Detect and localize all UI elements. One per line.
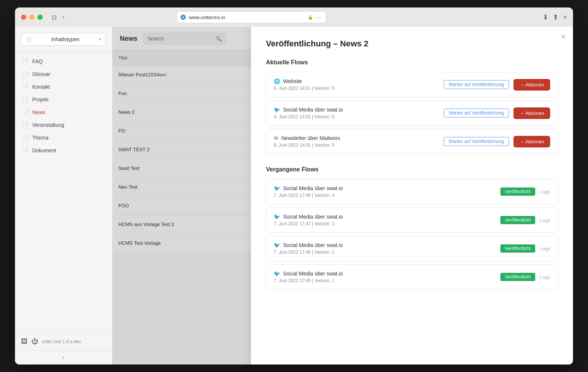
- flow-meta: 7. Juni 2022 17:46 | Version: 2: [274, 250, 343, 255]
- aktuelle-flows-section: Aktuelle Flows 🌐 Website 9. Juni 2022 14…: [266, 59, 558, 154]
- status-badge-published: Veröffentlicht: [500, 273, 535, 281]
- flow-meta: 9. Juni 2022 14:01 | Version: 5: [274, 114, 343, 119]
- sidebar-footer: 🖼 ⏻ unite cms 1.8.x-dev: [15, 333, 112, 350]
- flow-info: 🐦 Social Media über swat.io 7. Juni 2022…: [274, 185, 343, 198]
- flow-name: 🌐 Website: [274, 78, 334, 84]
- sidebar-item-label: Dokument: [32, 147, 56, 153]
- content-type-icon: 📄: [26, 37, 32, 42]
- sidebar-item-faq[interactable]: 📄FAQ: [15, 55, 112, 68]
- traffic-light-red[interactable]: [21, 15, 26, 20]
- flow-icon: 🌐: [274, 78, 280, 84]
- logs-btn[interactable]: Logs: [540, 217, 550, 223]
- content-type-selector[interactable]: 📄 Inhaltstypen ▾: [21, 33, 106, 46]
- flow-name: 🐦 Social Media über swat.io: [274, 242, 343, 248]
- action-btn[interactable]: → Aktionen: [513, 136, 551, 147]
- aktuelle-flow-card-2: ✉ Newsletter über Mailworx 9. Juni 2022 …: [266, 129, 558, 154]
- download-btn[interactable]: ⬇: [543, 13, 548, 21]
- traffic-light-green[interactable]: [37, 15, 43, 20]
- logs-btn[interactable]: Logs: [540, 189, 550, 195]
- flow-actions: Veröffentlicht Logs: [500, 273, 550, 281]
- chevron-down-icon: ▾: [99, 37, 101, 42]
- main-content: News 🔍 Titel Kurzbezeichnung für URL Tic…: [112, 27, 573, 365]
- flow-icon: 🐦: [274, 214, 280, 220]
- sidebar-item-label: Veranstaltung: [32, 122, 64, 128]
- flow-info: 🐦 Social Media über swat.io 7. Juni 2022…: [274, 242, 343, 255]
- sidebar-top: 📄 Inhaltstypen ▾: [15, 27, 112, 52]
- doc-icon: 📄: [22, 148, 28, 153]
- sidebar-item-label: Kontakt: [32, 84, 50, 90]
- flow-icon: 🐦: [274, 271, 280, 277]
- sidebar-item-label: Projekt: [32, 97, 49, 103]
- sidebar-item-veranstaltung[interactable]: 📄Veranstaltung: [15, 119, 112, 131]
- flow-meta: 9. Juni 2022 14:01 | Version: 5: [274, 143, 340, 148]
- flow-icon: 🐦: [274, 242, 280, 248]
- flow-meta: 9. Juni 2022 14:01 | Version: 5: [274, 86, 334, 91]
- panel-close-btn[interactable]: ×: [561, 33, 566, 40]
- sidebar: 📄 Inhaltstypen ▾ 📄FAQ📄Glossar📄Kontakt📄Pr…: [15, 27, 112, 365]
- status-badge-published: Veröffentlicht: [500, 244, 535, 253]
- sidebar-item-thema[interactable]: 📄Thema: [15, 131, 112, 144]
- flow-icon: 🐦: [274, 185, 280, 191]
- status-badge-published: Veröffentlicht: [500, 187, 535, 196]
- flow-name: 🐦 Social Media über swat.io: [274, 271, 343, 277]
- sidebar-item-news[interactable]: 📄News: [15, 106, 112, 119]
- sidebar-item-projekt[interactable]: 📄Projekt: [15, 93, 112, 106]
- url-display: www.unitecms.io: [189, 15, 305, 20]
- browser-window: ⊡ ‹ ● www.unitecms.io 🔒 ⋯ ⬇ ⬆ + 📄 Inhalt…: [15, 7, 573, 365]
- back-btn[interactable]: ‹: [61, 12, 66, 22]
- aktuelle-flow-card-1: 🐦 Social Media über swat.io 9. Juni 2022…: [266, 100, 558, 126]
- browser-titlebar: ⊡ ‹ ● www.unitecms.io 🔒 ⋯ ⬇ ⬆ +: [15, 7, 573, 27]
- address-bar[interactable]: ● www.unitecms.io 🔒 ⋯: [176, 11, 326, 23]
- logs-btn[interactable]: Logs: [540, 246, 550, 251]
- sidebar-item-label: Thema: [32, 135, 49, 141]
- titlebar-right: ⬇ ⬆ +: [543, 13, 567, 21]
- content-type-label: Inhaltstypen: [51, 36, 80, 42]
- action-btn[interactable]: → Aktionen: [513, 79, 551, 91]
- action-btn[interactable]: → Aktionen: [513, 107, 551, 119]
- sidebar-collapse-btn[interactable]: ‹: [15, 350, 112, 365]
- vergangene-flow-card-2: 🐦 Social Media über swat.io 7. Juni 2022…: [266, 236, 558, 261]
- favicon: ●: [181, 15, 186, 20]
- media-btn[interactable]: 🖼: [21, 338, 28, 345]
- panel-title: Veröffentlichung – News 2: [266, 39, 558, 49]
- flow-meta: 7. Juni 2022 17:48 | Version: 4: [274, 193, 343, 198]
- titlebar-controls: ⊡ ‹: [50, 12, 66, 22]
- more-icon[interactable]: ⋯: [316, 14, 322, 21]
- status-badge-pending: Warten auf Veröffentlichung: [444, 109, 509, 118]
- traffic-light-yellow[interactable]: [29, 15, 34, 20]
- flow-icon: ✉: [274, 135, 278, 141]
- doc-icon: 📄: [22, 84, 28, 90]
- sidebar-nav: 📄FAQ📄Glossar📄Kontakt📄Projekt📄News📄Verans…: [15, 52, 112, 333]
- flow-info: 🐦 Social Media über swat.io 7. Juni 2022…: [274, 271, 343, 283]
- flow-actions: Warten auf Veröffentlichung → Aktionen: [444, 136, 550, 147]
- traffic-lights: [21, 15, 43, 20]
- vergangene-flows-section: Vergangene Flows 🐦 Social Media über swa…: [266, 166, 558, 290]
- vergangene-flow-card-3: 🐦 Social Media über swat.io 7. Juni 2022…: [266, 264, 558, 290]
- status-badge-pending: Warten auf Veröffentlichung: [444, 137, 509, 146]
- flow-actions: Warten auf Veröffentlichung → Aktionen: [444, 79, 550, 91]
- sidebar-toggle-btn[interactable]: ⊡: [50, 12, 58, 22]
- flow-info: 🐦 Social Media über swat.io 9. Juni 2022…: [274, 107, 343, 119]
- logs-btn[interactable]: Logs: [540, 274, 550, 280]
- doc-icon: 📄: [22, 110, 28, 115]
- new-tab-btn[interactable]: +: [563, 13, 567, 21]
- vergangene-flows-container: 🐦 Social Media über swat.io 7. Juni 2022…: [266, 179, 558, 290]
- vergangene-flow-card-1: 🐦 Social Media über swat.io 7. Juni 2022…: [266, 207, 558, 233]
- sidebar-item-label: FAQ: [32, 58, 43, 64]
- flow-name: ✉ Newsletter über Mailworx: [274, 135, 340, 141]
- sidebar-item-kontakt[interactable]: 📄Kontakt: [15, 80, 112, 93]
- flow-info: 🌐 Website 9. Juni 2022 14:01 | Version: …: [274, 78, 334, 91]
- settings-btn[interactable]: ⏻: [31, 338, 38, 345]
- version-text: unite cms 1.8.x-dev: [42, 339, 81, 344]
- share-btn[interactable]: ⬆: [553, 13, 558, 21]
- flow-actions: Veröffentlicht Logs: [500, 216, 550, 224]
- flow-meta: 7. Juni 2022 17:47 | Version: 3: [274, 221, 343, 226]
- detail-panel: × Veröffentlichung – News 2 Aktuelle Flo…: [251, 27, 573, 365]
- flow-name: 🐦 Social Media über swat.io: [274, 185, 343, 191]
- sidebar-item-glossar[interactable]: 📄Glossar: [15, 68, 112, 80]
- aktuelle-flow-card-0: 🌐 Website 9. Juni 2022 14:01 | Version: …: [266, 72, 558, 97]
- flow-icon: 🐦: [274, 107, 280, 113]
- status-badge-pending: Warten auf Veröffentlichung: [444, 80, 509, 89]
- status-badge-published: Veröffentlicht: [500, 216, 535, 224]
- sidebar-item-dokument[interactable]: 📄Dokument: [15, 144, 112, 157]
